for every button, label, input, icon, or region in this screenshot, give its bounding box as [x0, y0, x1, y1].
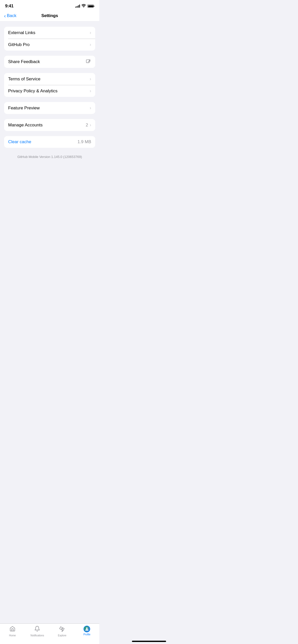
wifi-icon: [82, 4, 86, 8]
terms-of-service-item[interactable]: Terms of Service ›: [4, 73, 95, 85]
external-links-item[interactable]: External Links ›: [4, 27, 95, 39]
settings-content: External Links › GitHub Pro › Share Feed…: [0, 22, 99, 189]
battery-icon: [87, 5, 94, 8]
terms-of-service-right: ›: [90, 76, 91, 82]
github-pro-item[interactable]: GitHub Pro ›: [4, 39, 95, 51]
chevron-right-icon: ›: [90, 122, 91, 128]
settings-group-1: External Links › GitHub Pro ›: [4, 27, 95, 51]
feature-preview-item[interactable]: Feature Preview ›: [4, 102, 95, 114]
privacy-policy-item[interactable]: Privacy Policy & Analytics ›: [4, 85, 95, 97]
external-links-right: ›: [90, 30, 91, 35]
status-icons: [75, 4, 94, 8]
manage-accounts-count: 2: [86, 123, 88, 128]
external-links-label: External Links: [8, 30, 35, 35]
terms-of-service-label: Terms of Service: [8, 77, 40, 82]
github-pro-right: ›: [90, 42, 91, 47]
settings-group-3: Terms of Service › Privacy Policy & Anal…: [4, 73, 95, 97]
feature-preview-right: ›: [90, 105, 91, 111]
status-bar: 9:41: [0, 0, 99, 11]
privacy-policy-right: ›: [90, 88, 91, 94]
settings-group-2: Share Feedback: [4, 56, 95, 68]
chevron-right-icon: ›: [90, 30, 91, 35]
page-title: Settings: [41, 13, 58, 18]
clear-cache-label: Clear cache: [8, 139, 31, 144]
chevron-right-icon: ›: [90, 42, 91, 47]
share-feedback-label: Share Feedback: [8, 59, 40, 64]
settings-group-4: Feature Preview ›: [4, 102, 95, 114]
github-pro-label: GitHub Pro: [8, 42, 30, 47]
back-label: Back: [7, 13, 17, 18]
chevron-right-icon: ›: [90, 105, 91, 111]
manage-accounts-item[interactable]: Manage Accounts 2 ›: [4, 119, 95, 131]
feature-preview-label: Feature Preview: [8, 106, 40, 111]
privacy-policy-label: Privacy Policy & Analytics: [8, 89, 58, 94]
clear-cache-right: 1.9 MB: [77, 139, 91, 144]
back-button[interactable]: ‹ Back: [4, 13, 16, 18]
chevron-right-icon: ›: [90, 76, 91, 82]
chevron-right-icon: ›: [90, 88, 91, 94]
back-chevron-icon: ‹: [4, 13, 6, 18]
manage-accounts-label: Manage Accounts: [8, 123, 43, 128]
clear-cache-size: 1.9 MB: [77, 139, 91, 144]
share-feedback-right: [86, 59, 91, 65]
signal-icon: [75, 5, 80, 8]
external-link-icon: [86, 59, 91, 65]
manage-accounts-right: 2 ›: [86, 122, 91, 128]
version-text: GitHub Mobile Version 1.145.0 (120653769…: [0, 153, 99, 164]
status-time: 9:41: [5, 4, 13, 9]
nav-bar: ‹ Back Settings: [0, 11, 99, 22]
settings-group-5: Manage Accounts 2 ›: [4, 119, 95, 131]
clear-cache-item[interactable]: Clear cache 1.9 MB: [4, 136, 95, 148]
settings-group-6: Clear cache 1.9 MB: [4, 136, 95, 148]
share-feedback-item[interactable]: Share Feedback: [4, 56, 95, 68]
